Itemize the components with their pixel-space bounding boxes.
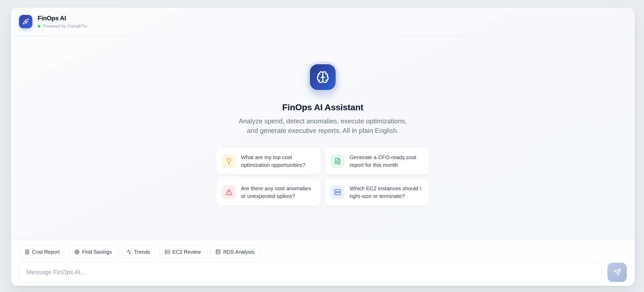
powered-by-label: Powered by CompliTru <box>43 24 87 29</box>
lightbulb-icon <box>222 154 236 168</box>
chip-label: RDS Analysis <box>223 249 254 255</box>
alert-triangle-icon <box>222 185 236 199</box>
quick-actions-row: Cost Report Find Savings Trends <box>19 246 627 258</box>
send-icon <box>613 268 621 276</box>
subtitle-line-2: and generate executive reports. All in p… <box>247 127 399 134</box>
app-title: FinOps AI <box>38 15 87 22</box>
suggestion-text: Are there any cost anomalies or unexpect… <box>241 185 315 200</box>
header: FinOps AI Powered by CompliTru <box>11 8 635 36</box>
chip-label: Cost Report <box>32 249 60 255</box>
file-text-icon <box>24 249 30 254</box>
chip-ec2-review[interactable]: EC2 Review <box>159 246 206 258</box>
database-icon <box>215 249 221 254</box>
page-subtitle: Analyze spend, detect anomalies, execute… <box>239 116 407 135</box>
chip-label: EC2 Review <box>172 249 201 255</box>
send-button[interactable] <box>607 263 627 282</box>
assistant-hero-badge <box>310 64 336 90</box>
chip-label: Find Savings <box>82 249 112 255</box>
powered-by-row: Powered by CompliTru <box>38 24 87 29</box>
status-dot <box>38 25 40 28</box>
chip-find-savings[interactable]: Find Savings <box>69 246 118 258</box>
page-title: FinOps AI Assistant <box>282 102 363 112</box>
brain-icon <box>316 71 329 84</box>
suggestion-card-anomalies[interactable]: Are there any cost anomalies or unexpect… <box>216 178 321 206</box>
suggestion-text: Generate a CFO-ready cost report for thi… <box>350 153 424 169</box>
chip-trends[interactable]: Trends <box>121 246 156 258</box>
sparkles-icon <box>22 18 29 25</box>
chat-main: FinOps AI Assistant Analyze spend, detec… <box>11 36 635 239</box>
suggestion-card-optimization[interactable]: What are my top cost optimization opport… <box>216 147 321 175</box>
target-icon <box>74 249 80 254</box>
file-text-icon <box>330 154 344 168</box>
activity-icon <box>126 249 132 254</box>
chip-rds-analysis[interactable]: RDS Analysis <box>210 246 260 258</box>
suggestion-text: What are my top cost optimization opport… <box>241 153 315 169</box>
suggestion-card-cfo-report[interactable]: Generate a CFO-ready cost report for thi… <box>325 147 430 175</box>
composer-footer: Cost Report Find Savings Trends <box>11 239 635 286</box>
suggestion-grid: What are my top cost optimization opport… <box>216 147 430 206</box>
server-icon <box>330 185 344 199</box>
app-logo <box>19 15 32 28</box>
chat-panel: FinOps AI Powered by CompliTru <box>11 8 635 286</box>
subtitle-line-1: Analyze spend, detect anomalies, execute… <box>239 117 407 125</box>
message-input[interactable] <box>19 262 602 282</box>
suggestion-card-ec2-rightsize[interactable]: Which EC2 instances should I right-size … <box>325 178 430 206</box>
header-titles: FinOps AI Powered by CompliTru <box>38 15 87 29</box>
chip-label: Trends <box>134 249 150 255</box>
suggestion-text: Which EC2 instances should I right-size … <box>350 185 424 200</box>
server-icon <box>165 249 170 254</box>
chip-cost-report[interactable]: Cost Report <box>19 246 65 258</box>
composer-row <box>19 262 627 282</box>
